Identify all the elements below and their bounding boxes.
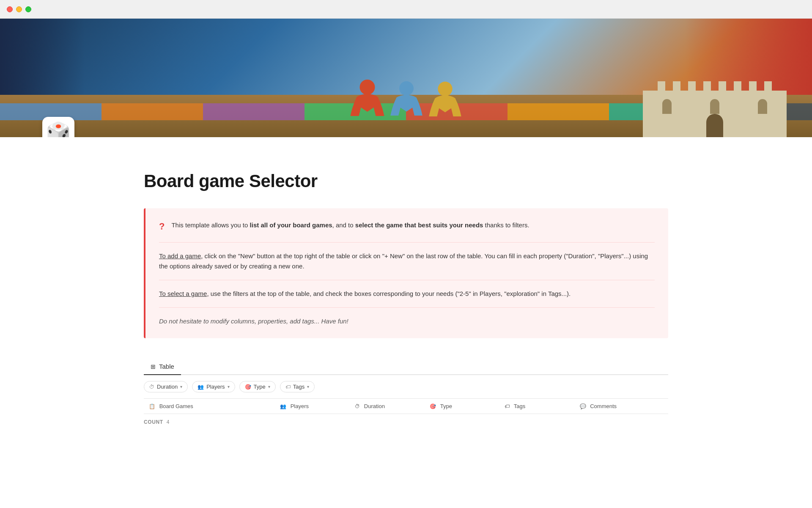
callout-select-section: To select a game, use the filters at the… <box>159 289 655 299</box>
callout-intro-end: thanks to filters. <box>483 221 529 229</box>
type-chevron-icon: ▾ <box>268 384 270 389</box>
table-tab-label: Table <box>159 363 174 370</box>
svg-point-0 <box>360 80 375 95</box>
hero-banner: 🎲 <box>0 19 812 137</box>
callout-select-text: , use the filters at the top of the tabl… <box>207 290 571 297</box>
duration-filter-label: Duration <box>157 384 178 390</box>
page-title-section: Board game Selector <box>144 137 668 208</box>
duration-filter-icon: ⏱ <box>149 384 154 390</box>
filter-bar: ⏱ Duration ▾ 👥 Players ▾ 🎯 Type ▾ 🏷 Tags… <box>144 375 668 399</box>
col-board-games-label: Board Games <box>159 403 193 409</box>
svg-point-2 <box>438 82 452 96</box>
filter-tags-button[interactable]: 🏷 Tags ▾ <box>280 381 315 392</box>
tags-filter-label: Tags <box>293 384 304 390</box>
callout-intro-middle: , and to <box>332 221 355 229</box>
board-games-col-icon: 📋 <box>149 403 155 409</box>
callout-add-section: To add a game, click on the "New" button… <box>159 251 655 271</box>
table-tab-icon: ⊞ <box>151 363 156 370</box>
count-label: COUNT <box>144 419 163 425</box>
duration-col-icon: ⏱ <box>355 403 360 409</box>
type-col-icon: 🎯 <box>430 403 436 409</box>
col-header-comments: 💬 Comments <box>575 399 668 414</box>
filter-players-button[interactable]: 👥 Players ▾ <box>192 381 235 392</box>
callout-bold2: select the game that best suits your nee… <box>355 221 483 229</box>
svg-point-1 <box>399 81 414 96</box>
players-filter-icon: 👥 <box>198 384 204 390</box>
callout-box: ? This template allows you to list all o… <box>144 208 668 338</box>
players-col-icon: 👥 <box>280 403 286 409</box>
callout-italic-note: Do not hesitate to modify columns, prope… <box>159 316 655 326</box>
close-button[interactable] <box>7 6 13 12</box>
players-filter-label: Players <box>206 384 225 390</box>
count-row: COUNT 4 <box>144 414 668 430</box>
col-header-type: 🎯 Type <box>425 399 499 414</box>
callout-intro-text: This template allows you to <box>171 221 250 229</box>
page-title: Board game Selector <box>144 171 668 191</box>
duration-chevron-icon: ▾ <box>180 384 182 389</box>
callout-select-link: To select a game <box>159 290 207 297</box>
table-tabs: ⊞ Table <box>144 359 668 375</box>
players-chevron-icon: ▾ <box>228 384 230 389</box>
dice-icon: 🎲 <box>42 117 74 137</box>
table-tab[interactable]: ⊞ Table <box>144 359 181 375</box>
type-filter-icon: 🎯 <box>245 384 251 390</box>
col-header-board-games: 📋 Board Games <box>144 399 275 414</box>
count-value: 4 <box>167 419 170 425</box>
table-section: ⊞ Table ⏱ Duration ▾ 👥 Players ▾ 🎯 Type … <box>144 359 668 430</box>
data-table: 📋 Board Games 👥 Players ⏱ Duration 🎯 Typ… <box>144 399 668 414</box>
comments-col-icon: 💬 <box>580 403 586 409</box>
tags-col-icon: 🏷 <box>505 403 510 409</box>
callout-bold1: list all of your board games <box>250 221 332 229</box>
minimize-button[interactable] <box>16 6 22 12</box>
type-filter-label: Type <box>254 384 266 390</box>
callout-add-text: , click on the "New" button at the top r… <box>159 252 648 270</box>
col-comments-label: Comments <box>590 403 617 409</box>
meeples-decoration <box>348 78 464 124</box>
tags-filter-icon: 🏷 <box>285 384 291 390</box>
window-chrome <box>0 0 812 19</box>
filter-type-button[interactable]: 🎯 Type ▾ <box>239 381 276 392</box>
maximize-button[interactable] <box>25 6 31 12</box>
col-header-tags: 🏷 Tags <box>499 399 574 414</box>
col-duration-label: Duration <box>364 403 385 409</box>
col-header-duration: ⏱ Duration <box>350 399 425 414</box>
callout-question-icon: ? <box>159 221 165 232</box>
col-type-label: Type <box>440 403 452 409</box>
col-header-players: 👥 Players <box>275 399 350 414</box>
col-players-label: Players <box>291 403 309 409</box>
filter-duration-button[interactable]: ⏱ Duration ▾ <box>144 381 188 392</box>
callout-add-link: To add a game <box>159 252 201 260</box>
tags-chevron-icon: ▾ <box>307 384 309 389</box>
col-tags-label: Tags <box>514 403 525 409</box>
callout-intro: This template allows you to list all of … <box>171 220 529 230</box>
